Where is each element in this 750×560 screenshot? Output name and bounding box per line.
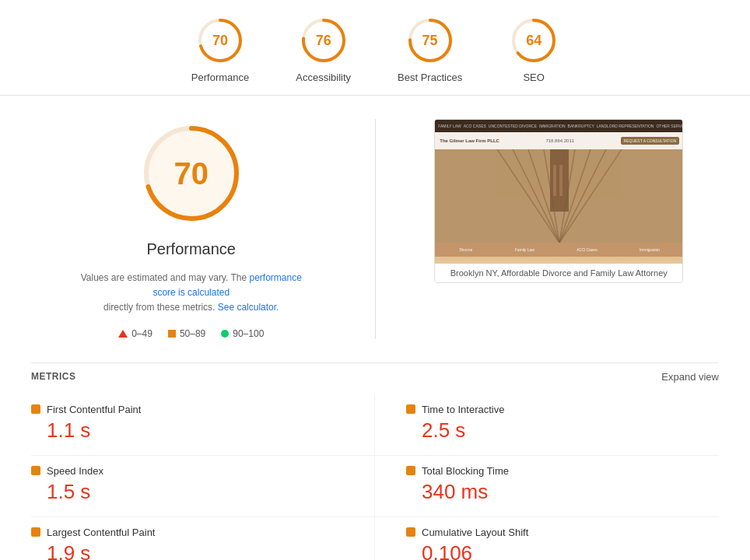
legend-fail: 0–49 [118, 328, 152, 339]
metric-cls: Cumulative Layout Shift 0.106 [375, 517, 719, 560]
metric-tti-header: Time to Interactive [406, 404, 719, 415]
score-circle-performance: 70 [195, 16, 245, 65]
metric-fcp-value: 1.1 s [31, 418, 343, 443]
score-circle-seo: 64 [509, 16, 559, 65]
nav-item-1: FAMILY LAW [438, 124, 461, 128]
see-calc-link[interactable]: See calculator. [218, 302, 279, 313]
left-panel: 70 Performance Values are estimated and … [31, 119, 352, 339]
metric-fcp-header: First Contentful Paint [31, 404, 343, 415]
score-legend: 0–49 50–89 90–100 [118, 328, 264, 339]
metric-si-indicator [31, 466, 40, 475]
metric-si-header: Speed Index [31, 465, 343, 477]
metric-fcp-name: First Contentful Paint [47, 404, 141, 415]
score-value-accessibility: 76 [316, 33, 331, 49]
nav-item-7: OTHER SERVICES [656, 124, 683, 128]
metric-tbt-name: Total Blocking Time [422, 465, 509, 477]
metric-lcp-name: Largest Contentful Paint [47, 527, 155, 538]
score-circle-best-practices: 75 [405, 16, 455, 65]
legend-range-average: 50–89 [180, 328, 205, 339]
footer-item-4: Immigration [640, 247, 660, 252]
metrics-header: METRICS Expand view [31, 362, 719, 394]
svg-rect-21 [559, 165, 562, 196]
score-label-best-practices: Best Practices [398, 72, 462, 83]
footer-item-3: ACO Cases [577, 247, 597, 252]
expand-view-button[interactable]: Expand view [661, 371, 719, 383]
metric-cls-name: Cumulative Layout Shift [422, 527, 528, 538]
metric-tti-value: 2.5 s [406, 418, 719, 443]
legend-range-fail: 0–49 [131, 328, 152, 339]
score-label-accessibility: Accessibility [296, 72, 351, 83]
metric-tbt: Total Blocking Time 340 ms [375, 456, 719, 517]
footer-item-2: Family Law [515, 247, 534, 252]
metric-fcp: First Contentful Paint 1.1 s [31, 394, 375, 456]
score-accessibility[interactable]: 76 Accessibility [296, 16, 351, 83]
score-circle-accessibility: 76 [299, 16, 349, 65]
metric-cls-header: Cumulative Layout Shift [406, 527, 719, 538]
legend-range-pass: 90–100 [233, 328, 264, 339]
screenshot-logo-bar: The Gilmer Law Firm PLLC 718.864.2011 RE… [435, 132, 683, 149]
svg-rect-20 [553, 165, 556, 196]
score-label-performance: Performance [191, 72, 249, 83]
metric-fcp-indicator [31, 404, 40, 414]
nav-item-6: LANDLORD REPRESENTATION [597, 124, 654, 128]
screenshot-nav: FAMILY LAW ACO CASES UNCONTESTED DIVORCE… [435, 120, 683, 132]
metric-si-value: 1.5 s [31, 480, 343, 504]
request-consultation: REQUEST A CONSULTATION [621, 137, 680, 145]
nav-item-5: BANKRUPTCY [568, 124, 594, 128]
nav-item-3: UNCONTESTED DIVORCE [489, 124, 537, 128]
legend-average: 50–89 [168, 328, 205, 339]
pass-icon [221, 330, 229, 338]
metric-si-name: Speed Index [47, 465, 103, 477]
metric-tbt-value: 340 ms [406, 480, 719, 504]
metric-cls-value: 0.106 [406, 541, 719, 560]
metric-lcp-header: Largest Contentful Paint [31, 527, 343, 538]
metric-tti: Time to Interactive 2.5 s [375, 394, 719, 456]
desc-text-mid: directly from these metrics. [103, 302, 218, 313]
score-value-seo: 64 [526, 33, 541, 49]
main-content: 70 Performance Values are estimated and … [0, 96, 750, 362]
metric-lcp-indicator [31, 527, 40, 537]
screenshot-hero [435, 149, 683, 243]
nav-item-4: IMMIGRATION [539, 124, 566, 128]
metrics-section: METRICS Expand view First Contentful Pai… [0, 362, 750, 560]
score-value-performance: 70 [212, 33, 228, 49]
metric-tti-indicator [406, 404, 415, 414]
score-value-best-practices: 75 [422, 33, 438, 49]
score-seo[interactable]: 64 SEO [509, 16, 559, 83]
main-score-circle: 70 [137, 119, 246, 228]
screenshot-footer: Divorce Family Law ACO Cases Immigration [435, 243, 683, 257]
metric-cls-indicator [406, 527, 415, 537]
score-label-seo: SEO [523, 72, 544, 83]
metric-lcp-value: 1.9 s [31, 541, 343, 560]
metrics-title: METRICS [31, 371, 76, 382]
footer-item-1: Divorce [459, 247, 472, 252]
fail-icon [118, 330, 128, 338]
metric-tbt-indicator [406, 466, 415, 475]
main-score-value: 70 [174, 156, 209, 191]
legend-pass: 90–100 [221, 328, 264, 339]
metric-si: Speed Index 1.5 s [31, 456, 375, 517]
metric-tbt-header: Total Blocking Time [406, 465, 719, 477]
nav-item-2: ACO CASES [464, 124, 486, 128]
screenshot-caption: Brooklyn NY, Affordable Divorce and Fami… [435, 264, 682, 282]
performance-title: Performance [147, 240, 237, 258]
desc-text-before: Values are estimated and may vary. The [81, 272, 250, 283]
score-performance[interactable]: 70 Performance [191, 16, 249, 83]
website-screenshot: FAMILY LAW ACO CASES UNCONTESTED DIVORCE… [434, 119, 683, 283]
metrics-grid: First Contentful Paint 1.1 s Time to Int… [31, 394, 719, 560]
phone-number: 718.864.2011 [545, 138, 574, 143]
screenshot-image: FAMILY LAW ACO CASES UNCONTESTED DIVORCE… [435, 120, 683, 264]
right-panel: FAMILY LAW ACO CASES UNCONTESTED DIVORCE… [399, 119, 720, 339]
score-best-practices[interactable]: 75 Best Practices [398, 16, 462, 83]
logo-text: The Gilmer Law Firm PLLC [440, 138, 499, 143]
metric-lcp: Largest Contentful Paint 1.9 s [31, 517, 375, 560]
performance-description: Values are estimated and may vary. The p… [75, 271, 308, 316]
metric-tti-name: Time to Interactive [422, 404, 504, 415]
average-icon [168, 330, 176, 338]
scores-bar: 70 Performance 76 Accessibility 75 Best … [0, 0, 750, 96]
vertical-divider [375, 119, 376, 339]
